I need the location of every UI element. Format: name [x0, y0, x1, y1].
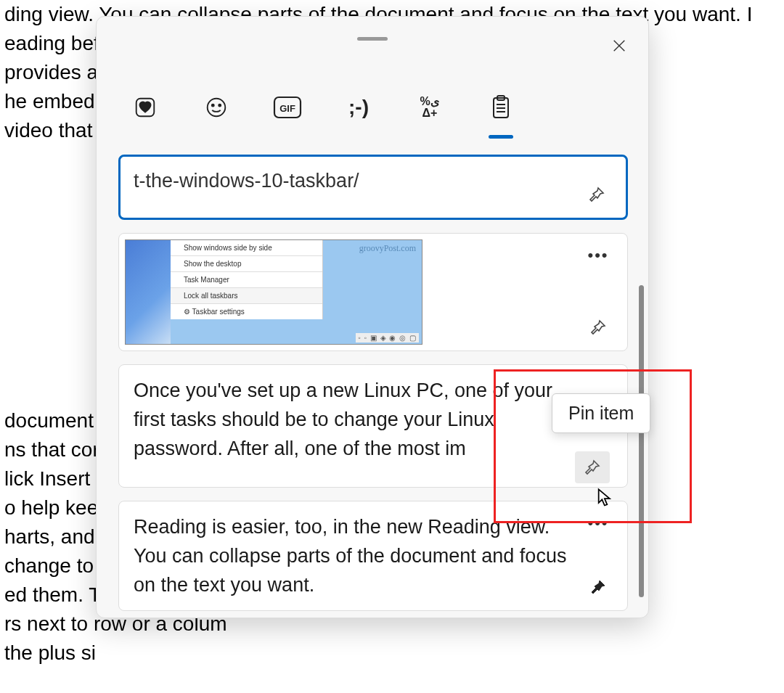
svg-point-5	[219, 104, 221, 107]
clipboard-item-url[interactable]: t-the-windows-10-taskbar/	[118, 155, 628, 220]
emoji-tab[interactable]	[198, 89, 234, 126]
kaomoji-icon: ;-)	[348, 96, 369, 119]
gif-tab[interactable]: GIF	[269, 89, 306, 126]
more-icon: •••	[587, 246, 608, 265]
clipboard-item-list: t-the-windows-10-taskbar/ Show windows s…	[118, 155, 628, 612]
pin-icon	[589, 319, 607, 336]
gif-icon: GIF	[273, 96, 302, 119]
svg-point-4	[212, 104, 214, 107]
close-button[interactable]	[605, 31, 634, 60]
clipboard-tab[interactable]	[483, 89, 519, 126]
clipboard-item-image[interactable]: Show windows side by side Show the deskt…	[118, 233, 628, 351]
pin-button[interactable]	[582, 181, 611, 210]
pin-button-hover[interactable]	[575, 451, 610, 483]
scrollbar-thumb[interactable]	[639, 285, 644, 597]
pin-filled-icon	[589, 578, 607, 596]
clipboard-image-thumbnail: Show windows side by side Show the deskt…	[125, 239, 422, 345]
clipboard-text-content: Once you've set up a new Linux PC, one o…	[134, 376, 569, 463]
more-button[interactable]: •••	[584, 509, 613, 538]
pin-tooltip: Pin item	[552, 393, 650, 433]
pin-icon	[584, 459, 601, 476]
watermark-text: groovyPost.com	[359, 243, 416, 254]
svg-point-3	[208, 99, 226, 117]
symbols-icon: %ﻯ Δ+	[420, 96, 439, 119]
clipboard-url-text: t-the-windows-10-taskbar/	[134, 166, 569, 196]
more-icon: •••	[587, 514, 608, 533]
pin-icon	[588, 186, 605, 203]
mouse-cursor	[595, 488, 616, 511]
pin-button[interactable]	[584, 574, 613, 603]
clipboard-panel: GIF ;-) %ﻯ Δ+ t-the-windows-10-taskbar/	[96, 16, 649, 618]
close-icon	[611, 38, 627, 54]
pin-button[interactable]	[584, 314, 613, 343]
symbols-tab[interactable]: %ﻯ Δ+	[412, 89, 448, 126]
svg-text:GIF: GIF	[279, 103, 295, 114]
favorites-tab[interactable]	[127, 89, 163, 126]
more-button[interactable]: •••	[584, 241, 613, 270]
drag-handle[interactable]	[357, 37, 388, 41]
clipboard-item-text-reading[interactable]: Reading is easier, too, in the new Readi…	[118, 501, 628, 611]
clipboard-icon	[490, 94, 512, 120]
tab-bar: GIF ;-) %ﻯ Δ+	[127, 89, 519, 126]
clipboard-text-content: Reading is easier, too, in the new Readi…	[134, 512, 569, 599]
tray-icons: ◦ ◦ ▣ ◈ ◉ ◎ ▢	[356, 333, 419, 343]
emoji-icon	[204, 95, 229, 120]
kaomoji-tab[interactable]: ;-)	[340, 89, 377, 126]
heart-icon	[133, 95, 158, 120]
scrollbar[interactable]	[639, 285, 644, 597]
